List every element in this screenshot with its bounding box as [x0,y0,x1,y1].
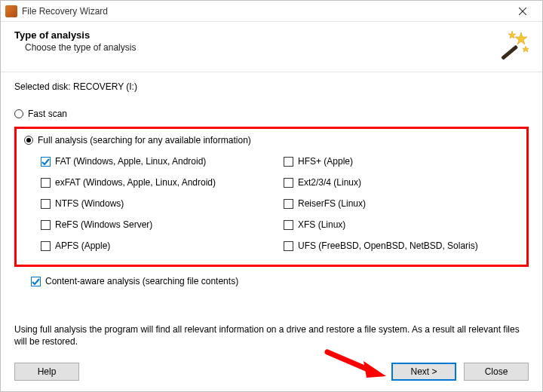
button-bar: Help Next > Close [1,358,542,391]
wizard-window: File Recovery Wizard Type of analysis Ch… [0,0,543,392]
fs-label: ReiserFS (Linux) [298,198,366,209]
fs-exfat[interactable]: exFAT (Windows, Apple, Linux, Android) [41,177,276,188]
page-heading: Type of analysis [14,29,495,41]
fs-label: ReFS (Windows Server) [55,219,152,230]
description-text: Using full analysis the program will fin… [1,319,542,358]
close-icon [519,8,526,15]
close-button-label: Close [485,366,508,377]
checkbox-icon [284,220,293,230]
fs-label: APFS (Apple) [55,240,110,251]
help-button[interactable]: Help [14,363,79,381]
checkbox-icon [41,199,51,209]
filesystem-grid: FAT (Windows, Apple, Linux, Android) HFS… [41,156,519,251]
fs-xfs[interactable]: XFS (Linux) [284,219,519,230]
svg-rect-2 [501,44,518,60]
fs-label: Ext2/3/4 (Linux) [298,177,361,188]
fs-label: exFAT (Windows, Apple, Linux, Android) [55,177,216,188]
svg-marker-4 [508,31,516,38]
svg-marker-3 [515,32,527,44]
fs-ufs[interactable]: UFS (FreeBSD, OpenBSD, NetBSD, Solaris) [284,240,519,251]
fs-refs[interactable]: ReFS (Windows Server) [41,219,276,230]
checkbox-icon [41,178,51,188]
fs-hfsplus[interactable]: HFS+ (Apple) [284,156,519,167]
full-analysis-group-highlight: Full analysis (searching for any availab… [14,127,529,267]
wizard-wand-icon [495,29,529,63]
content-aware-option[interactable]: Content-aware analysis (searching file c… [31,276,529,286]
full-analysis-label: Full analysis (searching for any availab… [38,135,251,145]
page-subheading: Choose the type of analysis [25,42,495,53]
window-title: File Recovery Wizard [22,6,508,17]
app-icon [5,5,17,17]
titlebar: File Recovery Wizard [1,1,542,22]
fs-label: NTFS (Windows) [55,198,124,209]
fs-ext[interactable]: Ext2/3/4 (Linux) [284,177,519,188]
next-button-label: Next > [410,366,437,377]
content-aware-label: Content-aware analysis (searching file c… [45,276,238,286]
radio-icon [24,136,33,145]
fs-ntfs[interactable]: NTFS (Windows) [41,198,276,209]
fs-label: FAT (Windows, Apple, Linux, Android) [55,156,206,167]
fs-reiserfs[interactable]: ReiserFS (Linux) [284,198,519,209]
checkbox-icon [284,157,293,167]
fs-label: HFS+ (Apple) [298,156,353,167]
checkbox-icon [41,241,51,251]
next-button[interactable]: Next > [391,363,456,381]
fs-label: UFS (FreeBSD, OpenBSD, NetBSD, Solaris) [298,240,478,251]
checkbox-icon [41,220,51,230]
checkbox-icon [284,241,293,251]
wizard-body: Selected disk: RECOVERY (I:) Fast scan F… [1,72,542,319]
fs-apfs[interactable]: APFS (Apple) [41,240,276,251]
selected-disk-label: Selected disk: RECOVERY (I:) [14,81,529,92]
checkbox-icon [41,157,51,167]
fs-fat[interactable]: FAT (Windows, Apple, Linux, Android) [41,156,276,167]
close-window-button[interactable] [508,2,538,21]
full-analysis-option[interactable]: Full analysis (searching for any availab… [24,135,519,145]
checkbox-icon [284,178,293,188]
checkbox-icon [284,199,293,209]
fs-label: XFS (Linux) [298,219,345,230]
help-button-label: Help [38,366,57,377]
checkbox-icon [31,277,41,286]
svg-marker-5 [523,46,529,52]
wizard-header: Type of analysis Choose the type of anal… [1,22,542,72]
close-button[interactable]: Close [464,363,529,381]
fast-scan-option[interactable]: Fast scan [14,109,529,119]
fast-scan-label: Fast scan [28,109,67,119]
radio-icon [14,109,23,118]
